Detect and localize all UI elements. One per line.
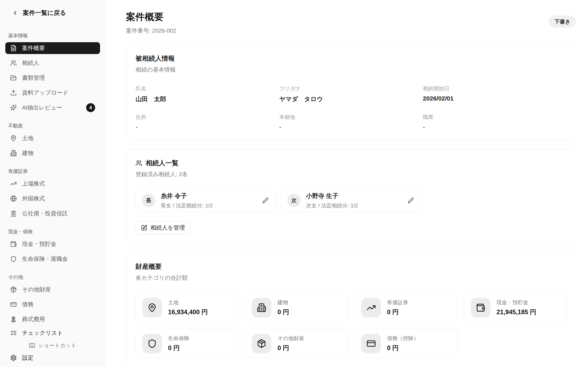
map-pin-icon [147,303,157,312]
wallet-icon [10,241,17,247]
sidebar-item-listed-stocks[interactable]: 上場株式 [5,178,100,190]
asset-tile-land: 土地 16,934,400 円 [136,293,238,322]
asset-tile-life-insurance: 生命保険 0 円 [136,329,238,358]
sidebar-item-life-insurance[interactable]: 生命保険・退職金 [5,253,100,265]
section-label-others: その他 [8,274,97,280]
section-label-securities: 有価証券 [8,168,97,175]
pencil-icon [408,197,414,203]
field-furigana: フリガナ ヤマダ タロウ [279,85,423,103]
upload-icon [10,90,17,96]
edit-heir-button[interactable] [261,196,270,205]
sidebar-item-other-assets[interactable]: その他財産 [5,284,100,295]
asset-tile-building: 建物 0 円 [245,293,347,322]
sidebar-item-funeral-expenses[interactable]: 葬式費用 [5,313,100,323]
sidebar: 案件一覧に戻る 基本情報 案件概要 相続人 書類管理 資料アップロード AI抽出… [0,0,105,367]
sidebar-item-heirs[interactable]: 相続人 [5,57,100,69]
main-content: 案件概要 案件番号: 2026-002 下書き 被相続人情報 相続の基本情報 氏… [105,0,588,367]
sidebar-item-bonds-funds[interactable]: 公社債・投資信託 [5,208,100,219]
decedent-fields: 氏名 山田 太郎 フリガナ ヤマダ タロウ 相続開始日 2026/02/01 住… [136,85,567,131]
file-text-icon [10,45,17,51]
field-inheritance-start-date: 相続開始日 2026/02/01 [423,85,567,103]
sidebar-item-settings[interactable]: 設定 [5,352,100,364]
pencil-icon [262,197,268,203]
building-icon [257,303,266,312]
card-subtitle: 相続の基本情報 [136,66,567,74]
sidebar-item-checklist[interactable]: チェックリスト [5,327,100,339]
heirs-card: 相続人一覧 登録済み相続人: 2名 長 糸井 令子 長女 / 法定相続分: 1/… [126,150,576,243]
users-icon [10,60,17,66]
keyboard-icon [29,342,35,349]
card-subtitle: 各カテゴリの合計額 [136,274,567,282]
heir-card: 次 小野寺 生子 次女 / 法定相続分: 1/2 [281,189,422,212]
asset-tile-cash-deposits: 現金・預貯金 21,945,185 円 [464,293,567,322]
sidebar-item-upload[interactable]: 資料アップロード [5,87,100,99]
sparkles-icon [10,104,17,111]
heir-detail: 次女 / 法定相続分: 1/2 [306,202,358,209]
shield-icon [147,339,157,348]
package-icon [10,286,17,293]
sidebar-item-land[interactable]: 土地 [5,132,100,144]
asset-tile-securities: 有価証券 0 円 [355,293,457,322]
section-label-cash-insurance: 現金・保険 [8,228,97,235]
shortcut-button[interactable]: ショートカット [5,340,100,351]
status-badge: 下書き [549,16,576,28]
section-label-basic-info: 基本情報 [8,33,97,39]
wallet-icon [476,303,485,312]
flower-icon [10,316,17,323]
map-pin-icon [10,135,17,142]
case-number: 案件番号: 2026-002 [126,27,176,35]
avatar: 長 [142,194,155,207]
globe-icon [10,195,17,202]
field-registered-domicile: 本籍地 - [279,114,423,131]
field-occupation: 職業 - [423,114,567,131]
back-to-case-list-button[interactable]: 案件一覧に戻る [12,9,66,17]
card-subtitle: 登録済み相続人: 2名 [136,170,567,178]
page-header: 案件概要 案件番号: 2026-002 下書き [126,11,576,35]
sidebar-footer: チェックリスト ショートカット 設定 [0,323,105,367]
avatar: 次 [287,194,301,207]
sidebar-header: 案件一覧に戻る [0,0,105,26]
sidebar-item-documents[interactable]: 書類管理 [5,72,100,84]
manage-heirs-button[interactable]: 相続人を管理 [136,221,190,234]
sidebar-item-case-overview[interactable]: 案件概要 [5,42,100,54]
list-checks-icon [10,330,17,336]
landmark-icon [10,210,17,217]
asset-tile-other-assets: その他財産 0 円 [245,329,347,358]
card-title: 財産概要 [136,262,567,271]
page-title: 案件概要 [126,11,176,23]
sidebar-nav: 基本情報 案件概要 相続人 書類管理 資料アップロード AI抽出レビュー 4 不… [0,26,105,323]
trending-up-icon [10,180,17,187]
back-label: 案件一覧に戻る [23,9,66,17]
sidebar-item-cash-deposits[interactable]: 現金・預貯金 [5,238,100,250]
sidebar-item-debts[interactable]: 債務 [5,299,100,310]
field-address: 住所 - [136,114,279,131]
gear-icon [10,355,17,361]
heir-card: 長 糸井 令子 長女 / 法定相続分: 1/2 [136,189,277,212]
notification-badge: 4 [86,103,95,112]
package-icon [257,339,266,348]
users-icon [136,160,142,166]
heir-name: 小野寺 生子 [306,192,358,200]
square-pen-icon [141,225,147,231]
sidebar-item-building[interactable]: 建物 [5,147,100,159]
building-icon [10,150,17,156]
folder-open-icon [10,75,17,81]
shield-icon [10,256,17,262]
sidebar-item-foreign-stocks[interactable]: 外国株式 [5,193,100,205]
decedent-info-card: 被相続人情報 相続の基本情報 氏名 山田 太郎 フリガナ ヤマダ タロウ 相続開… [126,45,576,140]
credit-card-icon [366,339,376,348]
field-name: 氏名 山田 太郎 [136,85,279,103]
heir-name: 糸井 令子 [161,192,213,200]
asset-summary-card: 財産概要 各カテゴリの合計額 土地 16,934,400 円 建物 0 円 [126,253,576,367]
section-label-real-estate: 不動産 [8,123,97,129]
asset-tile-debts-deduction: 債務（控除） 0 円 [355,329,457,358]
trending-up-icon [366,303,376,312]
card-title: 相続人一覧 [146,159,178,167]
card-title: 被相続人情報 [136,54,567,63]
credit-card-icon [10,301,17,308]
chevron-left-icon [12,9,18,16]
heirs-list: 長 糸井 令子 長女 / 法定相続分: 1/2 次 小野寺 生子 次女 / 法定… [136,189,567,212]
asset-tiles: 土地 16,934,400 円 建物 0 円 有価証券 0 円 [136,293,567,358]
sidebar-item-ai-review[interactable]: AI抽出レビュー 4 [5,102,100,114]
edit-heir-button[interactable] [406,196,415,205]
